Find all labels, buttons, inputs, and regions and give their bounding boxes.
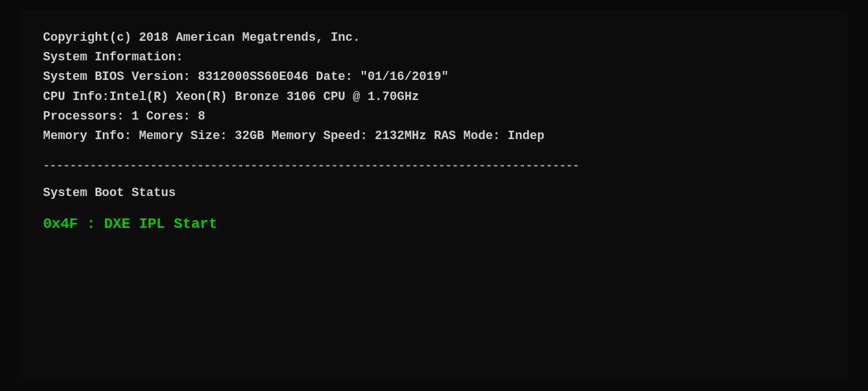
memory-info-line: Memory Info: Memory Size: 32GB Memory Sp… — [43, 126, 825, 146]
cpu-info-line: CPU Info:Intel(R) Xeon(R) Bronze 3106 CP… — [43, 87, 825, 107]
divider-line: ----------------------------------------… — [43, 157, 825, 175]
bios-version-line: System BIOS Version: 8312000SS60E046 Dat… — [43, 67, 825, 87]
boot-code: 0x4F : DXE IPL Start — [43, 213, 825, 236]
bios-screen: Copyright(c) 2018 American Megatrends, I… — [21, 11, 847, 380]
system-info-label: System Information: — [43, 47, 825, 67]
processors-line: Processors: 1 Cores: 8 — [43, 107, 825, 126]
boot-status-label: System Boot Status — [43, 183, 825, 203]
copyright-line: Copyright(c) 2018 American Megatrends, I… — [43, 28, 825, 47]
